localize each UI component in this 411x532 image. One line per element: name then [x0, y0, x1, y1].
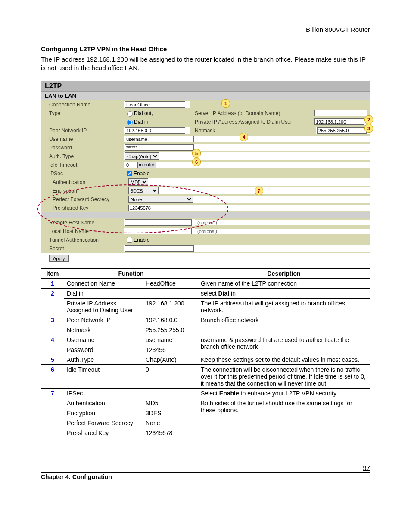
label-idle-timeout: Idle Timeout: [41, 161, 124, 169]
td-desc-7a: Select Enable to enhance your L2TP VPN s…: [198, 388, 370, 398]
label-psk: Pre-shared Key: [41, 204, 128, 212]
description-table: Item Function Description 1 Connection N…: [41, 268, 370, 438]
td-func-1: Connection Name: [64, 278, 143, 288]
input-server-ip[interactable]: [314, 110, 364, 116]
checkbox-ipsec-enable[interactable]: [127, 171, 132, 176]
label-optional-1: (optional): [195, 220, 370, 225]
td-func-2a: Dial in: [64, 288, 143, 298]
td-func-7b: Authentication: [64, 398, 143, 408]
td-item-4: 4: [41, 335, 64, 355]
td-item-3: 3: [41, 315, 64, 335]
label-dial-out: Dial out,: [134, 110, 153, 116]
label-local-host: Local Host Name: [41, 227, 124, 235]
td-desc-2b: The IP address that will get assigned to…: [198, 298, 370, 315]
input-idle-timeout[interactable]: [125, 162, 138, 168]
th-description: Description: [198, 268, 370, 278]
panel-subtitle: LAN to LAN: [41, 92, 370, 100]
page-number: 97: [41, 464, 370, 471]
td-func-7d: Perfect Forward Secrecy: [64, 418, 143, 428]
select-pfs[interactable]: None: [128, 196, 193, 203]
label-auth-type: Auth. Type: [41, 152, 124, 160]
select-encryption[interactable]: 3DES: [128, 187, 159, 194]
footer-chapter: Chapter 4: Configuration: [41, 472, 370, 480]
td-desc-6: The connection will be disconnected when…: [198, 364, 370, 388]
callout-1: 1: [221, 99, 230, 108]
callout-7: 7: [255, 187, 263, 195]
td-val-7c: 3DES: [143, 408, 198, 418]
input-connection-name[interactable]: [125, 101, 185, 108]
label-password: Password: [41, 144, 124, 152]
td-val-1: HeadOffice: [143, 278, 198, 288]
checkbox-tunnel-auth[interactable]: [127, 237, 132, 243]
td-desc-3a: Branch office network: [198, 315, 370, 325]
input-netmask[interactable]: [317, 127, 367, 134]
label-server-ip: Server IP Address (or Domain Name): [190, 109, 314, 117]
label-authentication: Authentication: [41, 178, 128, 186]
spacer: [41, 212, 370, 218]
td-desc-7: Both sides of the tunnel should use the …: [198, 398, 370, 438]
td-val-4b: 123456: [143, 345, 198, 355]
label-pfs: Perfect Forward Secrecy: [41, 196, 128, 203]
td-func-5: Auth.Type: [64, 355, 143, 364]
input-password[interactable]: [125, 144, 194, 151]
label-dial-in: Dial in,: [134, 119, 150, 125]
td-desc-1: Given name of the L2TP connection: [198, 278, 370, 288]
apply-button[interactable]: Apply: [49, 255, 69, 262]
td-val-3b: 255.255.255.0: [143, 325, 198, 335]
td-desc-3b: [198, 325, 370, 335]
td-item-6: 6: [41, 364, 64, 388]
input-secret[interactable]: [125, 245, 194, 252]
section-intro: The IP address 192.168.1.200 will be ass…: [41, 55, 370, 73]
td-val-4a: username: [143, 335, 198, 345]
label-encryption: Encryption: [41, 187, 128, 195]
panel-title: L2TP: [41, 81, 370, 92]
td-desc-5: Keep these settings set to the default v…: [198, 355, 370, 364]
label-ipsec-enable: Enable: [134, 171, 149, 177]
radio-dial-out[interactable]: [127, 111, 133, 117]
td-val-7e: 12345678: [143, 428, 198, 438]
section-title: Configuring L2TP VPN in the Head Office: [41, 45, 370, 53]
select-authentication[interactable]: MD5: [128, 178, 148, 186]
input-psk[interactable]: [128, 205, 197, 211]
td-val-5: Chap(Auto): [143, 355, 198, 364]
label-username: Username: [41, 135, 124, 143]
td-item-2: 2: [41, 288, 64, 315]
label-type: Type: [41, 109, 124, 117]
td-item-1: 1: [41, 278, 64, 288]
l2tp-panel: 1 2 3 4 5 6 7 L2TP LAN to LAN Connection…: [41, 81, 370, 264]
td-val-7d: None: [143, 418, 198, 428]
th-item: Item: [41, 268, 64, 278]
input-private-ip[interactable]: [314, 118, 364, 125]
label-remote-host: Remote Host Name: [41, 219, 124, 227]
td-item-5: 5: [41, 355, 64, 364]
label-connection-name: Connection Name: [41, 101, 124, 109]
td-func-6: Idle Timeout: [64, 364, 143, 388]
input-local-host[interactable]: [125, 228, 192, 234]
td-item-7: 7: [41, 388, 64, 438]
td-func-7e: Pre-shared Key: [64, 428, 143, 438]
td-func-7a: IPSec: [64, 388, 143, 398]
callout-3: 3: [364, 124, 373, 133]
td-func-2b: Private IP Address Assigned to Dialing U…: [64, 298, 143, 315]
input-remote-host[interactable]: [125, 219, 192, 226]
td-val-3a: 192.168.0.0: [143, 315, 198, 325]
label-private-ip: Private IP Address Assigned to Dialin Us…: [190, 118, 314, 126]
label-tunnel-auth-enable: Enable: [134, 237, 149, 243]
radio-dial-in[interactable]: [127, 120, 133, 125]
label-netmask: Netmask: [190, 127, 240, 134]
product-header: Billion 800VGT Router: [41, 26, 370, 33]
td-func-3b: Netmask: [64, 325, 143, 335]
td-func-4a: Username: [64, 335, 143, 345]
label-tunnel-auth: Tunnel Authentication: [41, 236, 124, 244]
td-val-7b: MD5: [143, 398, 198, 408]
input-peer-network[interactable]: [125, 127, 185, 134]
callout-4: 4: [240, 133, 248, 141]
td-func-3a: Peer Network IP: [64, 315, 143, 325]
label-optional-2: (optional): [195, 229, 370, 234]
td-desc-2a: select Dial in: [198, 288, 370, 298]
callout-6: 6: [192, 158, 201, 166]
label-idle-unit: minutes: [138, 162, 156, 168]
input-username[interactable]: [125, 136, 194, 142]
label-ipsec: IPSec: [41, 170, 124, 177]
select-auth-type[interactable]: Chap(Auto): [125, 152, 159, 160]
